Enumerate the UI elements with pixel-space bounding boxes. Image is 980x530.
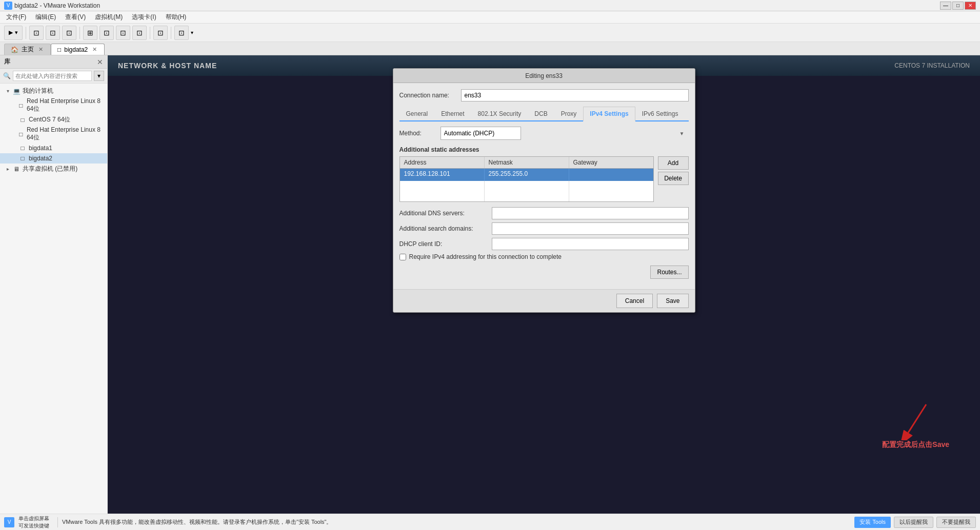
connection-name-input[interactable] [461,89,689,101]
tree-toggle-bigdata1 [10,145,17,152]
shared-icon: 🖥 [12,165,21,173]
send-ctrl-alt-del-button[interactable]: ⊡ [29,26,44,40]
cell-gateway [569,169,653,181]
search-domains-input[interactable] [492,222,689,235]
empty-cell-2 [485,181,569,201]
dns-servers-label: Additional DNS servers: [399,210,492,217]
tab-general[interactable]: General [399,107,435,120]
tab-home-close[interactable]: ✕ [37,46,44,53]
tree-item-rhel8-1[interactable]: □ Red Hat Enterprise Linux 8 64位 [0,96,107,114]
toolbar-separator-1 [26,27,26,39]
dhcp-id-input[interactable] [492,238,689,250]
toolbar-separator-3 [150,27,150,39]
fit-guest-button[interactable]: ⊡ [116,26,130,40]
delete-address-button[interactable]: Delete [658,172,689,185]
sidebar-header: 库 ✕ [0,55,107,69]
vm-icon-5: □ [18,154,27,162]
tree-label-my-computer: 我的计算机 [23,87,53,95]
statusbar-hint2: 可发送快捷键 [18,522,49,529]
connection-name-row: Connection name: [399,89,689,101]
menu-view[interactable]: 查看(V) [61,12,90,23]
power-icon: ▶ [9,29,13,36]
empty-cell-3 [569,181,653,201]
maximize-button[interactable]: □ [952,2,964,10]
tree-item-shared[interactable]: ▸ 🖥 共享虚拟机 (已禁用) [0,164,107,174]
close-button[interactable]: ✕ [965,2,976,10]
tab-dcb[interactable]: DCB [528,107,554,120]
tree-item-bigdata2[interactable]: □ bigdata2 [0,153,107,164]
vm-icon-4: □ [18,144,27,152]
unity-button[interactable]: ⊡ [99,26,114,40]
add-address-button[interactable]: Add [658,156,689,170]
menu-tab[interactable]: 选项卡(I) [128,12,160,23]
tab-bigdata2-close[interactable]: ✕ [91,46,98,53]
menu-edit[interactable]: 编辑(E) [31,12,60,23]
menu-vm[interactable]: 虚拟机(M) [91,12,127,23]
editing-titlebar: Editing ens33 [393,69,695,83]
tree-item-centos7[interactable]: □ CentOS 7 64位 [0,114,107,125]
tree-label-centos7: CentOS 7 64位 [29,115,70,124]
install-tools-button[interactable]: 安装 Tools [854,517,891,528]
fullscreen-button[interactable]: ⊞ [83,26,97,40]
method-row: Method: Automatic (DHCP) Manual Link-Loc… [399,127,689,140]
method-label: Method: [399,130,441,137]
tab-bigdata2-label: bigdata2 [64,46,88,53]
tab-ipv4[interactable]: IPv4 Settings [583,107,635,121]
cancel-button[interactable]: Cancel [616,294,653,308]
tree-item-bigdata1[interactable]: □ bigdata1 [0,143,107,153]
tree-toggle-bigdata2 [10,155,17,162]
tab-ethernet[interactable]: Ethernet [434,107,471,120]
fit-window-button[interactable]: ⊡ [132,26,147,40]
sidebar-search-dropdown[interactable]: ▾ [94,71,104,81]
section-title: Additional static addresses [399,146,689,153]
require-ipv4-checkbox[interactable] [399,254,406,260]
routes-button[interactable]: Routes... [650,266,688,279]
power-button[interactable]: ▶ ▾ [4,26,23,40]
menu-file[interactable]: 文件(F) [2,12,30,23]
tab-ipv6[interactable]: IPv6 Settings [635,107,685,120]
snapshot-manager-button[interactable]: ⊡ [62,26,76,40]
minimize-button[interactable]: — [940,2,951,10]
app-title: bigdata2 - VMware Workstation [14,2,940,9]
titlebar: V bigdata2 - VMware Workstation — □ ✕ [0,0,980,11]
tree-item-rhel8-2[interactable]: □ Red Hat Enterprise Linux 8 64位 [0,125,107,143]
addr-table: Address Netmask Gateway 192.168.128.101 … [399,156,654,202]
menu-help[interactable]: 帮助(H) [162,12,191,23]
tree-label-shared: 共享虚拟机 (已禁用) [23,165,77,173]
sidebar-close-button[interactable]: ✕ [97,58,103,66]
power-dropdown[interactable]: ▾ [15,29,18,36]
sidebar-search-input[interactable] [13,71,92,81]
sidebar-title: 库 [4,57,10,66]
remind-later-button[interactable]: 以后提醒我 [894,517,933,528]
vm-icon-3: □ [17,130,25,138]
vm-icon-2: □ [18,116,27,124]
tree-view: ▾ 💻 我的计算机 □ Red Hat Enterprise Linux 8 6… [0,84,107,514]
tab-bigdata2[interactable]: □ bigdata2 ✕ [51,44,105,55]
tab-proxy[interactable]: Proxy [554,107,584,120]
tab-home[interactable]: 🏠 主页 ✕ [4,44,51,55]
tree-toggle-shared[interactable]: ▸ [4,166,11,173]
method-select[interactable]: Automatic (DHCP) Manual Link-Local Only … [441,127,521,140]
vm-screen[interactable]: NETWORK & HOST NAME CENTOS 7 INSTALLATIO… [108,55,980,514]
tree-label-bigdata2: bigdata2 [29,155,52,162]
dns-servers-input[interactable] [492,207,689,219]
tree-toggle-my-computer[interactable]: ▾ [4,88,11,95]
display-dropdown[interactable]: ▾ [191,30,193,35]
vm-content: NETWORK & HOST NAME CENTOS 7 INSTALLATIO… [108,55,980,514]
annotation-text: 配置完成后点击Save [882,440,949,450]
statusbar-message: VMware Tools 具有很多功能，能改善虚拟移动性、视频和性能。请登录客户… [62,518,850,526]
require-ipv4-label: Require IPv4 addressing for this connect… [409,253,562,260]
view-button[interactable]: ⊡ [153,26,168,40]
computer-icon: 💻 [12,87,21,95]
tab-8021x[interactable]: 802.1X Security [471,107,528,120]
dialog-footer: Cancel Save [393,289,695,312]
save-button[interactable]: Save [657,294,688,308]
snapshot-button[interactable]: ⊡ [46,26,60,40]
dont-remind-button[interactable]: 不要提醒我 [936,517,976,528]
table-row[interactable]: 192.168.128.101 255.255.255.0 [400,169,653,181]
tree-label-bigdata1: bigdata1 [29,145,52,152]
tab-home-label: 主页 [22,45,34,54]
tree-item-my-computer[interactable]: ▾ 💻 我的计算机 [0,86,107,96]
arrow-icon [901,399,931,440]
display-button[interactable]: ⊡ [174,26,189,40]
